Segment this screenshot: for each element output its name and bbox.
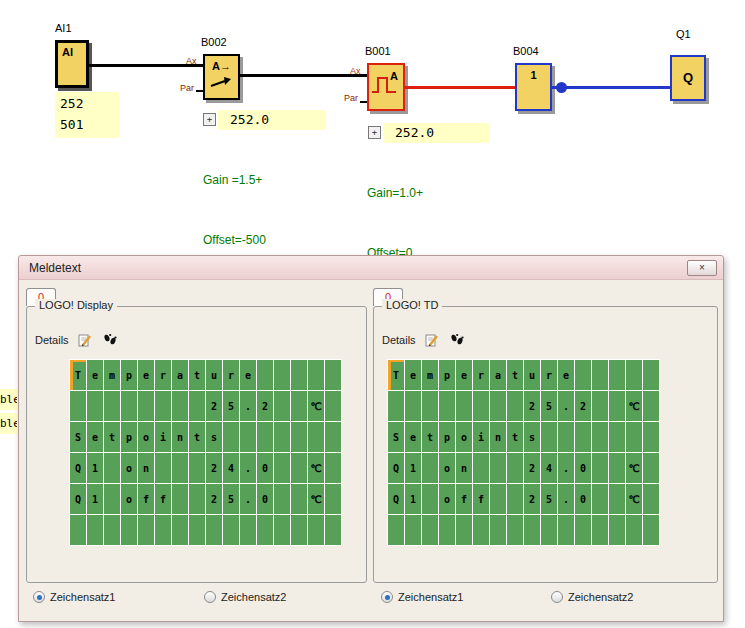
display-cell[interactable] bbox=[592, 484, 608, 514]
display-cell[interactable]: 1 bbox=[87, 484, 103, 514]
display-cell[interactable] bbox=[274, 391, 290, 421]
display-cell[interactable] bbox=[626, 515, 642, 545]
radio-zeichensatz2-display[interactable]: Zeichensatz2 bbox=[204, 590, 286, 604]
display-cell[interactable] bbox=[507, 453, 523, 483]
display-cell[interactable] bbox=[274, 484, 290, 514]
edit-message-icon[interactable] bbox=[423, 332, 441, 348]
display-cell[interactable] bbox=[473, 391, 489, 421]
display-cell[interactable]: m bbox=[422, 360, 438, 390]
display-cell[interactable]: . bbox=[240, 453, 256, 483]
display-cell[interactable]: e bbox=[87, 360, 103, 390]
display-cell[interactable]: e bbox=[138, 360, 154, 390]
display-cell[interactable] bbox=[291, 484, 307, 514]
display-cell[interactable]: t bbox=[104, 422, 120, 452]
display-cell[interactable] bbox=[138, 515, 154, 545]
display-cell[interactable]: ℃ bbox=[626, 391, 642, 421]
display-cell[interactable] bbox=[592, 453, 608, 483]
display-cell[interactable]: a bbox=[172, 360, 188, 390]
display-cell[interactable] bbox=[643, 484, 659, 514]
display-cell[interactable]: r bbox=[223, 360, 239, 390]
display-cell[interactable] bbox=[172, 453, 188, 483]
display-cell[interactable] bbox=[325, 453, 341, 483]
display-cell[interactable]: o bbox=[439, 484, 455, 514]
display-cell[interactable]: . bbox=[558, 484, 574, 514]
display-cell[interactable]: 0 bbox=[257, 453, 273, 483]
display-cell[interactable] bbox=[291, 391, 307, 421]
display-cell[interactable]: Q bbox=[70, 453, 86, 483]
display-cell[interactable] bbox=[626, 422, 642, 452]
display-cell[interactable]: Q bbox=[70, 484, 86, 514]
display-cell[interactable]: 0 bbox=[257, 484, 273, 514]
display-cell[interactable]: . bbox=[240, 391, 256, 421]
display-cell[interactable]: f bbox=[155, 484, 171, 514]
display-cell[interactable] bbox=[223, 422, 239, 452]
display-cell[interactable]: e bbox=[405, 360, 421, 390]
display-cell[interactable]: r bbox=[155, 360, 171, 390]
display-cell[interactable]: 1 bbox=[405, 453, 421, 483]
radio-zeichensatz2-td[interactable]: Zeichensatz2 bbox=[551, 590, 633, 604]
display-cell[interactable] bbox=[592, 422, 608, 452]
display-cell[interactable]: 2 bbox=[206, 484, 222, 514]
display-cell[interactable] bbox=[575, 515, 591, 545]
display-cell[interactable]: T bbox=[70, 360, 86, 390]
display-cell[interactable] bbox=[541, 515, 557, 545]
display-cell[interactable]: i bbox=[473, 422, 489, 452]
display-cell[interactable] bbox=[439, 391, 455, 421]
display-cell[interactable] bbox=[490, 515, 506, 545]
display-cell[interactable] bbox=[507, 391, 523, 421]
display-cell[interactable]: t bbox=[507, 422, 523, 452]
display-cell[interactable] bbox=[592, 515, 608, 545]
display-cell[interactable] bbox=[172, 515, 188, 545]
display-cell[interactable] bbox=[155, 391, 171, 421]
display-cell[interactable] bbox=[643, 515, 659, 545]
display-cell[interactable]: u bbox=[206, 360, 222, 390]
display-cell[interactable] bbox=[643, 422, 659, 452]
display-cell[interactable] bbox=[558, 515, 574, 545]
display-cell[interactable]: 5 bbox=[541, 391, 557, 421]
display-cell[interactable] bbox=[104, 515, 120, 545]
display-cell[interactable]: o bbox=[121, 484, 137, 514]
display-cell[interactable] bbox=[121, 391, 137, 421]
display-cell[interactable] bbox=[325, 391, 341, 421]
display-cell[interactable] bbox=[291, 515, 307, 545]
display-cell[interactable]: ℃ bbox=[308, 484, 324, 514]
display-cell[interactable]: n bbox=[138, 453, 154, 483]
display-cell[interactable] bbox=[507, 515, 523, 545]
display-cell[interactable] bbox=[274, 360, 290, 390]
display-cell[interactable]: o bbox=[138, 422, 154, 452]
radio-zeichensatz1-td[interactable]: Zeichensatz1 bbox=[381, 590, 463, 604]
display-cell[interactable] bbox=[155, 453, 171, 483]
display-cell[interactable] bbox=[189, 484, 205, 514]
display-cell[interactable] bbox=[104, 453, 120, 483]
display-cell[interactable]: ℃ bbox=[626, 453, 642, 483]
display-cell[interactable] bbox=[422, 484, 438, 514]
display-cell[interactable]: 2 bbox=[524, 453, 540, 483]
display-cell[interactable] bbox=[104, 484, 120, 514]
display-cell[interactable] bbox=[422, 515, 438, 545]
display-cell[interactable]: t bbox=[422, 422, 438, 452]
display-cell[interactable]: m bbox=[104, 360, 120, 390]
display-cell[interactable] bbox=[70, 515, 86, 545]
display-cell[interactable] bbox=[609, 484, 625, 514]
display-cell[interactable] bbox=[189, 453, 205, 483]
display-cell[interactable] bbox=[274, 515, 290, 545]
display-cell[interactable]: Q bbox=[388, 453, 404, 483]
display-cell[interactable]: p bbox=[439, 360, 455, 390]
special-chars-icon[interactable] bbox=[448, 332, 466, 348]
display-cell[interactable] bbox=[70, 391, 86, 421]
display-cell[interactable]: ℃ bbox=[626, 484, 642, 514]
display-cell[interactable] bbox=[189, 515, 205, 545]
display-cell[interactable]: S bbox=[70, 422, 86, 452]
display-cell[interactable] bbox=[490, 484, 506, 514]
block-b001-analog-threshold-trigger[interactable]: A bbox=[367, 63, 405, 111]
display-cell[interactable] bbox=[473, 453, 489, 483]
radio-zeichensatz1-display[interactable]: Zeichensatz1 bbox=[33, 590, 115, 604]
display-cell[interactable] bbox=[524, 515, 540, 545]
display-cell[interactable] bbox=[172, 391, 188, 421]
display-cell[interactable]: 0 bbox=[575, 453, 591, 483]
display-cell[interactable] bbox=[609, 453, 625, 483]
display-cell[interactable] bbox=[291, 422, 307, 452]
display-cell[interactable]: 2 bbox=[524, 484, 540, 514]
display-cell[interactable]: t bbox=[507, 360, 523, 390]
display-cell[interactable] bbox=[422, 391, 438, 421]
